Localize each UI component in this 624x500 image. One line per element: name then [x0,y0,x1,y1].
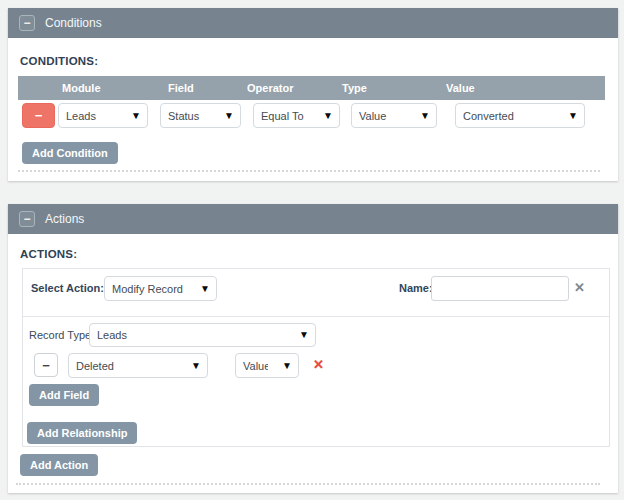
action-type-select[interactable]: Modify Record [105,277,216,300]
remove-condition-button[interactable]: − [22,103,55,128]
modify-field-select[interactable]: Deleted [69,354,207,377]
conditions-panel-title: Conditions [45,16,102,30]
col-header-field: Field [168,82,194,94]
action-type-select-wrap: Modify Record ▼ [104,276,217,301]
remove-field-button[interactable]: − [34,353,58,377]
operator-select[interactable]: Equal To [254,104,339,127]
add-relationship-button[interactable]: Add Relationship [27,422,137,444]
type-select-wrap: Value ▼ [351,103,437,128]
action-name-label: Name: [399,282,433,294]
col-header-operator: Operator [247,82,293,94]
add-action-button[interactable]: Add Action [20,454,98,476]
record-type-select-wrap: Leads ▼ [89,323,316,347]
col-header-module: Module [62,82,101,94]
actions-panel-body: ACTIONS: Select Action: Modify Record ▼ … [8,234,618,493]
record-type-select[interactable]: Leads [90,324,315,346]
field-value-type-select-wrap: Value ▼ [235,353,299,378]
conditions-table-header: Module Field Operator Type Value [18,76,605,100]
actions-panel-title: Actions [45,212,84,226]
add-condition-button[interactable]: Add Condition [22,142,118,164]
field-value-type-select[interactable]: Value [236,354,298,377]
action-name-input[interactable] [431,276,569,301]
select-action-label: Select Action: [31,282,104,294]
value-select-wrap: Converted ▼ [455,103,585,128]
operator-select-wrap: Equal To ▼ [253,103,340,128]
field-select[interactable]: Status [161,104,240,127]
conditions-dotted-divider [18,170,600,172]
field-select-wrap: Status ▼ [160,103,241,128]
remove-action-icon[interactable]: ✕ [574,281,585,294]
actions-panel-header: − Actions [8,204,618,234]
collapse-actions-button[interactable]: − [19,211,35,227]
conditions-panel-header: − Conditions [8,8,618,38]
type-select[interactable]: Value [352,104,436,127]
col-header-type: Type [342,82,367,94]
collapse-conditions-button[interactable]: − [19,15,35,31]
action-box-divider [23,316,609,317]
actions-section-label: ACTIONS: [20,248,77,260]
condition-row: − Leads ▼ Status ▼ Equal To ▼ Value ▼ Co… [8,103,618,128]
actions-dotted-divider [16,483,600,485]
modify-field-select-wrap: Deleted ▼ [68,353,208,378]
action-box: Select Action: Modify Record ▼ Name: ✕ R… [22,268,610,447]
record-type-label: Record Type:* [29,329,98,341]
module-select[interactable]: Leads [59,104,147,127]
col-header-value: Value [446,82,475,94]
delete-field-icon[interactable]: ✕ [313,358,324,371]
conditions-panel-body: CONDITIONS: Module Field Operator Type V… [8,38,618,181]
add-field-button[interactable]: Add Field [29,384,99,406]
module-select-wrap: Leads ▼ [58,103,148,128]
value-select[interactable]: Converted [456,104,584,127]
conditions-section-label: CONDITIONS: [20,55,98,67]
